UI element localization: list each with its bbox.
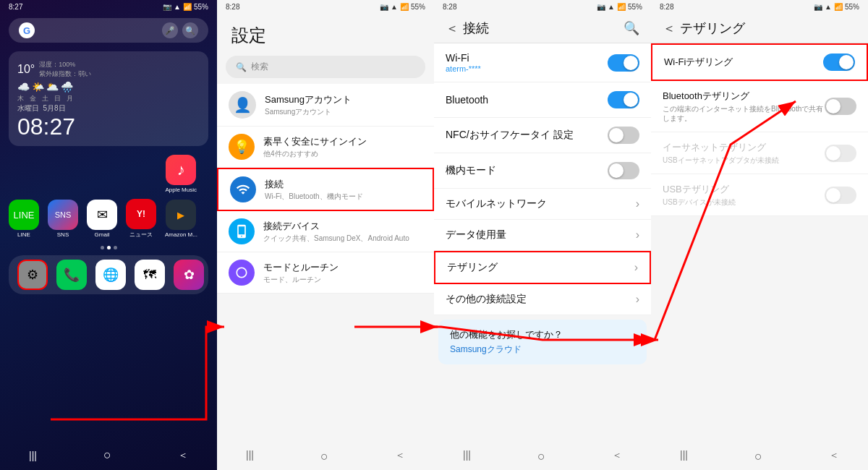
- battery-icon: 55%: [194, 3, 208, 11]
- nav-back-2[interactable]: ＜: [395, 449, 405, 464]
- conn-data-item[interactable]: データ使用量 ›: [434, 220, 651, 251]
- line-app[interactable]: LINE LINE: [9, 200, 39, 238]
- modes-title: モードとルーチン: [263, 261, 422, 274]
- status-icons-3: 📷 ▲ 📶 55%: [597, 3, 642, 11]
- dock-row: ⚙ 📞 🌐 🗺 ✿: [17, 260, 200, 290]
- samsung-account-sub: Samsungアカウント: [265, 107, 422, 117]
- bt-teth-toggle[interactable]: [825, 98, 856, 115]
- conn-other-item[interactable]: その他の接続設定 ›: [434, 284, 651, 315]
- data-arrow: ›: [636, 228, 639, 242]
- nav-back-3[interactable]: ＜: [612, 449, 622, 464]
- flower-dock-app[interactable]: ✿: [174, 260, 204, 290]
- conn-spacer: [434, 369, 651, 443]
- conn-tethering-item[interactable]: テザリング ›: [434, 251, 651, 284]
- teth-ethernet-title: イーサネットテザリング: [663, 141, 825, 154]
- nav-back-1[interactable]: ＜: [178, 449, 188, 462]
- voice-search-icon[interactable]: 🎤: [162, 22, 178, 38]
- google-search-bar[interactable]: G 🎤 🔍: [9, 18, 208, 43]
- google-logo: G: [19, 22, 35, 38]
- nav-back-4[interactable]: ＜: [829, 449, 839, 464]
- tethering-back-btn[interactable]: ＜: [663, 20, 676, 37]
- teth-bt-sub: この端末のインターネット接続をBluetoothで共有します。: [663, 104, 825, 123]
- status-icons-2: 📷 ▲ 📶 55%: [380, 3, 425, 11]
- app-grid: ♪ Apple Music LINE LINE SNS SNS ✉ Gmail: [9, 155, 208, 239]
- conn-wifi-item[interactable]: Wi-Fi aterm-****: [434, 43, 651, 82]
- status-bar-1: 8:27 📷 ▲ 📶 55%: [0, 0, 217, 14]
- connections-panel: 8:28 📷 ▲ 📶 55% ＜ 接続 🔍 Wi-Fi aterm-****: [434, 0, 651, 470]
- settings-devices-item[interactable]: 接続デバイス クイック共有、Samsung DeX、Android Auto: [217, 211, 434, 252]
- connections-search-btn[interactable]: 🔍: [624, 20, 639, 36]
- humidity-label: 湿度：100%: [39, 60, 91, 69]
- cloud-icon: ☁️: [17, 81, 30, 93]
- settings-dock-app[interactable]: ⚙: [17, 260, 48, 290]
- settings-search-bar[interactable]: 🔍 検索: [226, 56, 425, 78]
- wifi-toggle[interactable]: [608, 54, 639, 72]
- app-row-2: LINE LINE SNS SNS ✉ Gmail Y! ニュース ▶ Am: [9, 199, 208, 239]
- nav-recent-3[interactable]: |||: [463, 449, 471, 464]
- weekday-sat: 土: [42, 94, 48, 103]
- nav-home-2[interactable]: ○: [320, 449, 328, 464]
- teth-wifi-title: Wi-Fiテザリング: [664, 56, 823, 69]
- bluetooth-title: Bluetooth: [446, 94, 488, 106]
- sns-app-icon: SNS: [48, 200, 78, 230]
- signin-text: 素早く安全にサインイン 他4件のおすすめ: [263, 135, 422, 159]
- phone-dock-app[interactable]: 📞: [56, 260, 87, 290]
- wifi-teth-toggle[interactable]: [823, 54, 855, 71]
- samsung-account-item[interactable]: 👤 Samsungアカウント Samsungアカウント: [217, 84, 434, 127]
- nav-recent-1[interactable]: |||: [29, 450, 37, 461]
- gmail-app-icon: ✉: [87, 200, 117, 230]
- nfc-toggle[interactable]: [608, 127, 639, 144]
- news-app[interactable]: Y! ニュース: [126, 199, 156, 239]
- modes-icon: [229, 260, 255, 286]
- conn-mobile-item[interactable]: モバイルネットワーク ›: [434, 189, 651, 220]
- amazon-app[interactable]: ▶ Amazon M...: [165, 200, 197, 238]
- suggestion-link[interactable]: Samsungクラウド: [450, 343, 635, 356]
- teth-spacer: [651, 216, 868, 443]
- teth-usb-sub: USBデバイスが未接続: [663, 197, 825, 207]
- nav-recent-2[interactable]: |||: [246, 449, 254, 464]
- dot-3: [114, 246, 117, 249]
- samsung-account-text: Samsungアカウント Samsungアカウント: [265, 93, 422, 117]
- apple-music-app[interactable]: ♪ Apple Music: [165, 155, 197, 193]
- weather-temp: 10°: [17, 63, 35, 76]
- settings-connection-item[interactable]: 接続 Wi-Fi、Bluetooth、機内モード: [217, 168, 434, 211]
- tethering-header: ＜ テザリング: [651, 14, 868, 43]
- nav-home-1[interactable]: ○: [103, 448, 111, 463]
- devices-title: 接続デバイス: [263, 220, 422, 233]
- conn-mobile-text: モバイルネットワーク: [446, 197, 547, 210]
- bluetooth-toggle[interactable]: [608, 91, 639, 108]
- maps-dock-app[interactable]: 🗺: [135, 260, 165, 290]
- gmail-label: Gmail: [95, 231, 110, 238]
- devices-sub: クイック共有、Samsung DeX、Android Auto: [263, 234, 422, 244]
- teth-wifi-text: Wi-Fiテザリング: [664, 56, 823, 69]
- status-time-1: 8:27: [9, 3, 22, 11]
- conn-nfc-item[interactable]: NFC/おサイフケータイ 設定: [434, 118, 651, 153]
- teth-wifi-item[interactable]: Wi-Fiテザリング: [651, 43, 868, 81]
- weekdays-row: 木 金 土 日 月: [17, 94, 200, 103]
- conn-other-text: その他の接続設定: [446, 293, 527, 306]
- gmail-app[interactable]: ✉ Gmail: [87, 200, 117, 238]
- status-time-2: 8:28: [226, 3, 239, 11]
- teth-ethernet-sub: USBイーサネットアダプタが未接続: [663, 155, 825, 165]
- teth-bt-item[interactable]: Bluetoothテザリング この端末のインターネット接続をBluetoothで…: [651, 81, 868, 132]
- conn-bluetooth-item[interactable]: Bluetooth: [434, 82, 651, 118]
- mobile-title: モバイルネットワーク: [446, 197, 547, 210]
- bottom-nav-3: ||| ○ ＜: [434, 443, 651, 470]
- connections-back-btn[interactable]: ＜: [446, 20, 459, 37]
- settings-quick-signin[interactable]: 💡 素早く安全にサインイン 他4件のおすすめ: [217, 127, 434, 168]
- nav-home-3[interactable]: ○: [537, 449, 545, 464]
- weekday-mon: 月: [67, 94, 73, 103]
- connection-text: 接続 Wi-Fi、Bluetooth、機内モード: [265, 178, 421, 202]
- tethering-arrow: ›: [634, 261, 638, 274]
- airplane-toggle[interactable]: [608, 162, 639, 179]
- nav-recent-4[interactable]: |||: [680, 449, 688, 464]
- lens-search-icon[interactable]: 🔍: [182, 22, 198, 38]
- amazon-app-icon: ▶: [166, 200, 196, 230]
- status-bar-3: 8:28 📷 ▲ 📶 55%: [434, 0, 651, 14]
- nav-home-4[interactable]: ○: [754, 449, 762, 464]
- conn-bt-text: Bluetooth: [446, 94, 488, 106]
- sns-app[interactable]: SNS SNS: [48, 200, 78, 238]
- conn-airplane-item[interactable]: 機内モード: [434, 153, 651, 189]
- settings-modes-item[interactable]: モードとルーチン モード、ルーチン: [217, 252, 434, 294]
- chrome-dock-app[interactable]: 🌐: [95, 260, 126, 290]
